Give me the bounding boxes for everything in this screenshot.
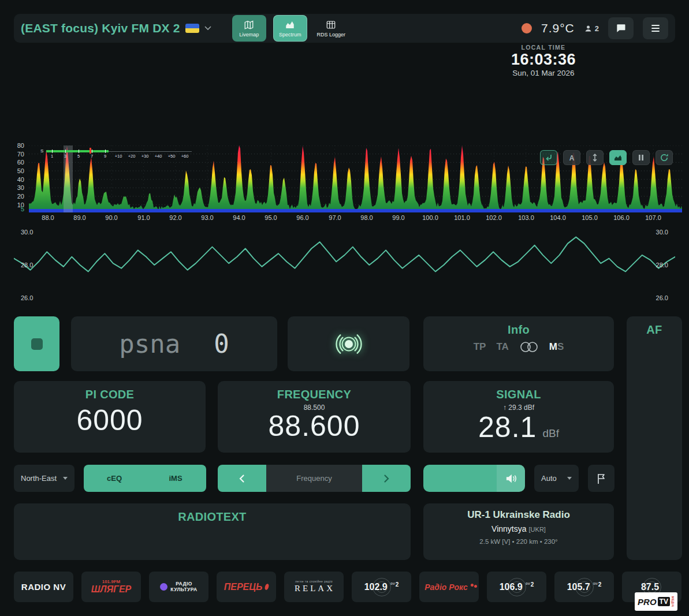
- spectrum-x-tick: 104.0: [550, 214, 566, 221]
- spectrum-x-tick: 105.0: [582, 214, 598, 221]
- station-logo-2[interactable]: РАДІОКУЛЬТУРА: [149, 572, 208, 602]
- station-logo-8[interactable]: 105.7ФМ2: [554, 572, 614, 602]
- spectrum-tool-arrows-vertical-button[interactable]: [586, 150, 604, 165]
- spectrum-y-axis: 80706050403020105: [10, 145, 27, 212]
- volume-cap: [497, 465, 525, 492]
- signal-history-graph: 30.030.028.028.026.026.0: [14, 226, 675, 305]
- spectrum-x-tick: 107.0: [645, 214, 661, 221]
- audio-indicator-tile[interactable]: [288, 316, 409, 371]
- spectrum-tool-pause-button[interactable]: [632, 150, 650, 165]
- ms-flags: M S: [549, 341, 564, 353]
- purple-dot-icon: [160, 583, 167, 591]
- station-logo-7[interactable]: 106.9ФМ2: [487, 572, 546, 602]
- antenna-select[interactable]: North-East: [14, 465, 75, 492]
- spectrum-toolbar: A: [540, 150, 673, 165]
- spectrum-x-tick: 90.0: [105, 214, 117, 221]
- spectrum-x-tick: 88.0: [42, 214, 54, 221]
- online-users-count: 2: [595, 24, 599, 33]
- s-meter-label: 7: [91, 154, 93, 159]
- protv-media-text: МЕДІА: [671, 596, 675, 607]
- spectrum-y-tick: 40: [8, 176, 24, 183]
- frequency-tile[interactable]: FREQUENCY 88.500 88.600: [218, 381, 411, 453]
- chat-button[interactable]: [608, 17, 634, 39]
- s-meter-label: 3: [64, 154, 66, 159]
- station-logo-0[interactable]: RADIO NV: [14, 572, 73, 602]
- temperature-value: 7.9°C: [541, 21, 575, 35]
- transmitter-info-tile: UR-1 Ukrainske Radio Vinnytsya[UKR] 2.5 …: [423, 503, 614, 560]
- spectrum-y-tick: 20: [8, 193, 24, 200]
- rds-logger-button[interactable]: RDS Logger: [314, 15, 348, 42]
- livemap-button[interactable]: Livemap: [232, 15, 266, 42]
- station-logo-3[interactable]: ПЕРЕЦЬ: [217, 572, 276, 602]
- server-name-dropdown[interactable]: (EAST focus) Kyiv FM DX 2: [21, 21, 211, 35]
- spectrum-y-tick: 70: [8, 151, 24, 158]
- spectrum-chart-icon: [285, 20, 295, 30]
- spectrum-x-tick: 103.0: [518, 214, 534, 221]
- report-flag-button[interactable]: [588, 465, 614, 492]
- spectrum-tool-corner-down-arrow-button[interactable]: [540, 150, 557, 165]
- af-title: AF: [627, 316, 682, 337]
- ims-toggle-button[interactable]: iMS: [145, 465, 206, 492]
- spectrum-y-tick: 60: [8, 159, 24, 166]
- menu-button[interactable]: [643, 17, 668, 39]
- s-meter-label: +20: [128, 154, 136, 159]
- map-icon: [244, 20, 254, 30]
- station-logo-5[interactable]: 102.9ФМ2: [352, 572, 411, 602]
- tp-flag: TP: [474, 341, 486, 353]
- ta-flag: TA: [496, 341, 508, 353]
- header-right-cluster: 7.9°C 2: [522, 17, 668, 39]
- spectrum-x-tick: 96.0: [296, 214, 308, 221]
- chevron-right-icon: [382, 474, 390, 483]
- signal-axis-label: 30.0: [21, 229, 33, 236]
- spectrum-button[interactable]: Spectrum: [273, 15, 307, 42]
- station-logo-6[interactable]: Радіо Рокс: [419, 572, 479, 602]
- svg-text:A: A: [569, 154, 575, 162]
- signal-tile: SIGNAL ↑ 29.3 dBf 28.1 dBf: [423, 381, 614, 453]
- station-country: [UKR]: [529, 526, 546, 533]
- s-meter-marker: [90, 148, 91, 154]
- chevron-down-icon: [204, 26, 211, 31]
- s-meter-tick: [52, 150, 53, 153]
- spectrum-x-tick: 93.0: [201, 214, 213, 221]
- spectrum-x-tick: 92.0: [169, 214, 181, 221]
- chevron-down-icon: [63, 477, 68, 480]
- stereo-indicator-tile[interactable]: [14, 316, 59, 371]
- s-meter: S13579+10+20+30+40+50+60: [40, 147, 196, 161]
- spectrum-x-tick: 91.0: [137, 214, 150, 221]
- spectrum-tool-area-chart-button[interactable]: [609, 150, 627, 165]
- ps-name-suffix: 0: [214, 329, 229, 359]
- station-logo-strip: RADIO NV101.9FMШЛЯГЕРРАДІОКУЛЬТУРАПЕРЕЦЬ…: [14, 572, 682, 602]
- scan-mode-select[interactable]: Auto: [534, 465, 579, 492]
- station-logo-4[interactable]: легке та спокійне радіоRELAX: [284, 572, 344, 602]
- eq-ims-panel: cEQ iMS: [84, 465, 206, 492]
- spectrum-tool-letter-a-button[interactable]: A: [563, 150, 580, 165]
- spectrum-x-tick: 106.0: [613, 214, 630, 221]
- s-meter-label: 5: [77, 154, 80, 159]
- station-location: Vinnytsya[UKR]: [423, 524, 614, 533]
- pi-code-label: PI CODE: [14, 381, 206, 401]
- ukraine-flag-icon: [185, 24, 199, 33]
- signal-axis-label: 30.0: [656, 229, 668, 236]
- header-bar: (EAST focus) Kyiv FM DX 2 Livemap Spectr…: [14, 14, 675, 43]
- signal-history-line: [14, 226, 675, 305]
- pepper-icon: [265, 583, 270, 590]
- spectrum-x-tick: 95.0: [265, 214, 277, 221]
- s-meter-label: +30: [141, 154, 149, 159]
- station-logo-1[interactable]: 101.9FMШЛЯГЕР: [81, 572, 141, 602]
- signal-axis-label: 26.0: [656, 294, 668, 301]
- volume-slider[interactable]: [423, 465, 525, 492]
- spectrum-x-tick: 89.0: [73, 214, 85, 221]
- livemap-label: Livemap: [239, 32, 259, 38]
- signal-label: SIGNAL: [423, 381, 614, 401]
- spectrum-tool-refresh-button[interactable]: [656, 150, 673, 165]
- table-icon: [326, 20, 336, 30]
- frequency-input[interactable]: [266, 465, 362, 492]
- spectrum-x-tick: 99.0: [392, 214, 404, 221]
- tune-up-button[interactable]: [362, 465, 411, 492]
- frequency-value: 88.600: [218, 412, 411, 440]
- spectrum-x-tick: 97.0: [329, 214, 341, 221]
- spectrum-x-tick: 100.0: [422, 214, 438, 221]
- spectrum-analyzer[interactable]: S13579+10+20+30+40+50+60 A: [29, 145, 682, 212]
- eq-toggle-button[interactable]: cEQ: [84, 465, 145, 492]
- tune-down-button[interactable]: [218, 465, 266, 492]
